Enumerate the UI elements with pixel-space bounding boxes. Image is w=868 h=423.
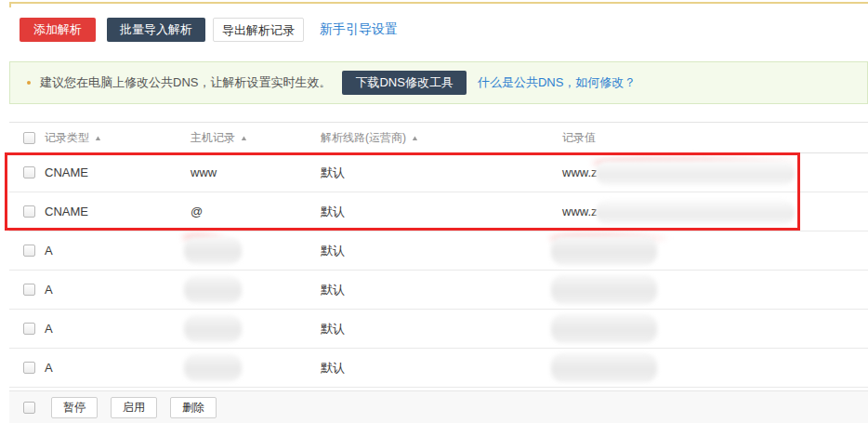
row-checkbox-cell (9, 231, 45, 270)
row-checkbox-cell (9, 310, 45, 348)
select-all-checkbox[interactable] (23, 132, 35, 144)
panel-top-border-corner (9, 2, 11, 7)
redaction-pink-smear (549, 232, 668, 244)
pause-button[interactable]: 暂停 (51, 397, 98, 418)
dns-records-panel: { "toolbar": { "add_label": "添加解析", "bat… (0, 0, 868, 423)
bullet-dot-icon (27, 81, 31, 85)
column-label: 记录类型 (45, 130, 89, 146)
host-record-text: @ (191, 205, 203, 218)
redaction-blur (184, 237, 242, 264)
record-type-cell: A (45, 349, 191, 387)
column-header: 记录值 (562, 123, 868, 152)
record-type-cell: CNAME (45, 192, 191, 231)
batch-import-button[interactable]: 批量导入解析 (107, 18, 205, 42)
row-checkbox-cell (9, 192, 45, 231)
table-row: A 默认 (9, 271, 868, 310)
column-label: 主机记录 (191, 130, 235, 146)
column-header[interactable]: 解析线路(运营商)▲ (321, 123, 562, 152)
delete-button[interactable]: 删除 (170, 397, 217, 418)
table-row: A 默认 (9, 349, 868, 388)
table-row: CNAME www 默认 www.z (9, 153, 868, 192)
batch-action-bar: 暂停 启用 删除 (9, 390, 868, 423)
dns-line-cell: 默认 (321, 153, 562, 192)
host-record-cell: @ (191, 192, 321, 231)
record-type-cell: A (45, 310, 191, 348)
redaction-pink-smear (592, 156, 795, 169)
host-record-cell (191, 231, 321, 270)
export-records-button[interactable]: 导出解析记录 (213, 18, 304, 42)
host-record-cell: www (191, 153, 321, 192)
host-record-cell (191, 310, 321, 348)
record-value-cell: www.z (562, 153, 868, 192)
table-body: CNAME www 默认 www.z CNAME @ 默认 www.z (9, 153, 868, 388)
dns-notice-bar: 建议您在电脑上修改公共DNS，让解析设置实时生效。 下载DNS修改工具 什么是公… (9, 61, 868, 104)
row-checkbox[interactable] (23, 205, 35, 218)
add-record-button[interactable]: 添加解析 (20, 18, 96, 42)
record-type-cell: CNAME (45, 153, 191, 192)
column-header[interactable]: 记录类型▲ (45, 123, 191, 152)
record-value-text: www.z (562, 205, 598, 218)
redaction-blur (184, 315, 242, 342)
row-checkbox[interactable] (23, 284, 35, 296)
record-value-cell (562, 231, 868, 270)
host-record-text: www (191, 165, 217, 179)
row-checkbox-cell (9, 153, 45, 192)
redaction-blur (551, 236, 657, 265)
record-value-cell (562, 310, 868, 348)
sort-asc-icon: ▲ (411, 134, 419, 142)
table-row: A 默认 (9, 231, 868, 271)
redaction-blur (184, 354, 242, 381)
row-checkbox[interactable] (23, 166, 35, 178)
host-record-cell (191, 271, 321, 309)
redaction-blur (551, 275, 657, 304)
notice-text: 建议您在电脑上修改公共DNS，让解析设置实时生效。 (40, 74, 331, 91)
redaction-blur (596, 161, 795, 185)
row-checkbox[interactable] (23, 362, 35, 374)
host-record-cell (191, 349, 321, 387)
dns-line-cell: 默认 (321, 310, 562, 348)
footer-select-all-checkbox[interactable] (23, 402, 35, 414)
sort-asc-icon: ▲ (94, 134, 102, 142)
redaction-blur (551, 353, 657, 382)
header-checkbox-cell (9, 123, 45, 152)
column-label: 解析线路(运营商) (321, 130, 406, 146)
dns-line-cell: 默认 (321, 349, 562, 387)
records-table: 记录类型▲主机记录▲解析线路(运营商)▲记录值 CNAME www 默认 www… (9, 122, 868, 388)
column-label: 记录值 (562, 130, 596, 146)
record-value-cell (562, 271, 868, 309)
record-value-text: www.z (562, 165, 598, 179)
panel-top-border (9, 2, 868, 4)
dns-line-cell: 默认 (321, 192, 562, 231)
table-row: CNAME @ 默认 www.z (9, 192, 868, 231)
row-checkbox[interactable] (23, 323, 35, 335)
record-value-cell: www.z (562, 192, 868, 231)
enable-button[interactable]: 启用 (111, 397, 157, 418)
download-dns-tool-button[interactable]: 下载DNS修改工具 (342, 71, 466, 95)
sort-asc-icon: ▲ (240, 134, 248, 142)
beginner-guide-link[interactable]: 新手引导设置 (320, 21, 398, 38)
dns-line-cell: 默认 (321, 231, 562, 270)
toolbar: 添加解析 批量导入解析 导出解析记录 新手引导设置 (20, 18, 398, 42)
redaction-blur (551, 314, 657, 343)
redaction-blur (596, 200, 795, 224)
record-type-cell: A (45, 271, 191, 309)
column-header[interactable]: 主机记录▲ (191, 123, 321, 152)
table-row: A 默认 (9, 310, 868, 349)
row-checkbox-cell (9, 271, 45, 309)
table-header-row: 记录类型▲主机记录▲解析线路(运营商)▲记录值 (9, 123, 868, 153)
what-is-public-dns-link[interactable]: 什么是公共DNS，如何修改？ (478, 74, 636, 91)
row-checkbox[interactable] (23, 245, 35, 257)
redaction-blur (184, 276, 242, 303)
row-checkbox-cell (9, 349, 45, 387)
dns-line-cell: 默认 (321, 271, 562, 309)
record-type-cell: A (45, 231, 191, 270)
record-value-cell (562, 349, 868, 387)
